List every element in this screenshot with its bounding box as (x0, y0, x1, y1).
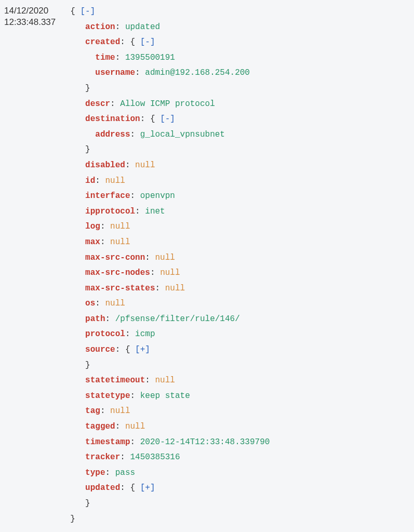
field-disabled: disabled: null (70, 158, 270, 174)
field-max-src-states: max-src-states: null (70, 281, 270, 297)
field-os: os: null (70, 296, 270, 312)
field-destination-open: destination: { [-] (70, 112, 270, 127)
collapse-toggle-created[interactable]: [-] (140, 37, 155, 47)
field-created-close: } (70, 81, 270, 97)
field-tagged: tagged: null (70, 419, 270, 435)
event-time: 12:33:48.337 (4, 17, 56, 28)
field-statetimeout: statetimeout: null (70, 373, 270, 389)
field-action: action: updated (70, 20, 270, 35)
field-type: type: pass (70, 466, 270, 481)
collapse-toggle-destination[interactable]: [-] (160, 114, 175, 124)
field-tracker: tracker: 1450385316 (70, 450, 270, 466)
json-tree: { [-] action: updated created: { [-] tim… (70, 4, 270, 532)
field-updated-open: updated: { [+] (70, 481, 270, 496)
field-protocol: protocol: icmp (70, 327, 270, 342)
timestamp-column: 14/12/2020 12:33:48.337 (4, 4, 56, 532)
field-max-src-conn: max-src-conn: null (70, 250, 270, 266)
field-statetype: statetype: keep state (70, 389, 270, 404)
field-log: log: null (70, 219, 270, 235)
expand-toggle-source[interactable]: [+] (135, 345, 150, 354)
json-close-brace: } (70, 512, 270, 527)
collapse-toggle-root[interactable]: [-] (80, 7, 95, 16)
field-timestamp: timestamp: 2020-12-14T12:33:48.339790 (70, 435, 270, 450)
field-created-time: time: 1395500191 (70, 50, 270, 66)
log-event-container: 14/12/2020 12:33:48.337 { [-] action: up… (4, 4, 410, 532)
field-destination-close: } (70, 142, 270, 158)
field-id: id: null (70, 174, 270, 189)
field-source-open: source: { [+] (70, 342, 270, 358)
field-tag: tag: null (70, 404, 270, 419)
json-open-brace: { [-] (70, 4, 270, 20)
field-descr: descr: Allow ICMP protocol (70, 97, 270, 112)
field-interface: interface: openvpn (70, 189, 270, 204)
field-updated-close: } (70, 496, 270, 512)
field-path: path: /pfsense/filter/rule/146/ (70, 312, 270, 327)
field-max: max: null (70, 235, 270, 250)
field-max-src-nodes: max-src-nodes: null (70, 265, 270, 281)
field-ipprotocol: ipprotocol: inet (70, 204, 270, 220)
field-created-username: username: admin@192.168.254.200 (70, 65, 270, 81)
field-created-open: created: { [-] (70, 35, 270, 50)
show-raw-text-link[interactable]: Show as raw text (70, 529, 270, 532)
expand-toggle-updated[interactable]: [+] (140, 483, 155, 493)
field-source-close: } (70, 358, 270, 374)
field-destination-address: address: g_local_vpnsubnet (70, 127, 270, 143)
event-date: 14/12/2020 (4, 5, 56, 17)
